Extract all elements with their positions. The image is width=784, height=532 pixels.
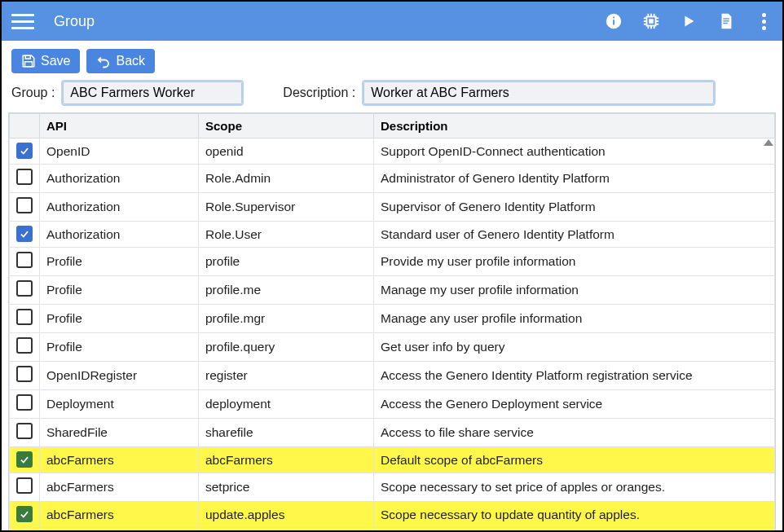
cell-api: Authorization (40, 193, 199, 222)
row-checkbox[interactable] (16, 252, 33, 268)
description-input[interactable] (363, 81, 714, 104)
save-icon (21, 54, 36, 68)
cell-api: OpenID (40, 138, 199, 165)
row-checkbox[interactable] (16, 143, 33, 159)
cell-scope: update.oranges (199, 528, 374, 533)
form-row: Group : Description : (2, 78, 782, 112)
menu-icon[interactable] (11, 10, 34, 33)
toolbar: Save Back (2, 41, 782, 78)
cell-desc: Scope necessary to update quantity of ap… (374, 502, 775, 528)
cell-scope: abcFarmers (199, 447, 374, 473)
row-checkbox[interactable] (16, 506, 33, 522)
cell-api: abcFarmers (40, 502, 199, 528)
table-row[interactable]: abcFarmersabcFarmersDefault scope of abc… (10, 447, 775, 473)
row-checkbox[interactable] (16, 226, 33, 242)
svg-rect-18 (723, 18, 729, 19)
group-label: Group : (11, 86, 55, 100)
chip-icon[interactable] (642, 12, 660, 30)
cell-api: Profile (40, 248, 199, 276)
table-row[interactable]: abcFarmerssetpriceScope necessary to set… (10, 473, 775, 502)
col-header-api[interactable]: API (40, 114, 199, 138)
save-button[interactable]: Save (11, 49, 80, 73)
row-checkbox[interactable] (16, 169, 33, 185)
table-row[interactable]: Profileprofile.mgrManage any user profil… (10, 305, 775, 333)
cell-scope: setprice (199, 473, 374, 502)
col-header-check[interactable] (10, 114, 40, 138)
table-row[interactable]: AuthorizationRole.UserStandard user of G… (10, 222, 775, 248)
row-checkbox[interactable] (16, 280, 33, 297)
cell-scope: Role.Admin (199, 165, 374, 193)
scopes-grid: API Scope Description OpenIDopenidSuppor… (8, 112, 776, 532)
col-header-desc[interactable]: Description (374, 114, 775, 138)
cell-api: SharedFile (40, 419, 199, 447)
cell-scope: Role.User (199, 222, 374, 248)
svg-marker-17 (685, 16, 694, 27)
cell-desc: Access the Genero Deployment service (374, 390, 775, 419)
more-icon[interactable] (755, 12, 773, 30)
svg-rect-4 (649, 19, 654, 24)
svg-rect-1 (613, 20, 614, 24)
back-button[interactable]: Back (86, 49, 155, 73)
cell-api: Profile (40, 305, 199, 333)
cell-scope: profile (199, 248, 374, 276)
group-input[interactable] (63, 81, 242, 104)
cell-scope: openid (199, 138, 374, 165)
table-header-row: API Scope Description (10, 114, 775, 138)
cell-desc: Provide my user profile information (374, 248, 775, 276)
table-row[interactable]: abcFarmersupdate.orangesScope necessary … (10, 528, 775, 533)
back-label: Back (116, 54, 145, 68)
table-row[interactable]: OpenIDopenidSupport OpenID-Connect authe… (10, 138, 775, 165)
svg-rect-20 (723, 23, 728, 24)
cell-desc: Access to file share service (374, 419, 775, 447)
table-row[interactable]: Profileprofile.meManage my user profile … (10, 276, 775, 305)
table-row[interactable]: AuthorizationRole.AdminAdministrator of … (10, 165, 775, 193)
svg-rect-19 (723, 20, 729, 21)
info-icon[interactable] (605, 12, 623, 30)
cell-desc: Supervisor of Genero Identity Platform (374, 193, 775, 222)
table-row[interactable]: ProfileprofileProvide my user profile in… (10, 248, 775, 276)
row-checkbox[interactable] (16, 477, 33, 494)
description-label: Description : (283, 86, 355, 100)
row-checkbox[interactable] (16, 451, 33, 468)
cell-api: abcFarmers (40, 447, 199, 473)
cell-desc: Administrator of Genero Identity Platfor… (374, 165, 775, 193)
cell-scope: profile.me (199, 276, 374, 305)
svg-rect-22 (25, 62, 33, 67)
cell-desc: Default scope of abcFarmers (374, 447, 775, 473)
scroll-up-icon[interactable] (764, 139, 773, 146)
cell-api: Deployment (40, 390, 199, 419)
cell-api: Authorization (40, 222, 199, 248)
undo-icon (96, 54, 111, 68)
cell-scope: update.apples (199, 502, 374, 528)
cell-scope: sharefile (199, 419, 374, 447)
table-row[interactable]: Profileprofile.queryGet user info by que… (10, 333, 775, 362)
table-row[interactable]: DeploymentdeploymentAccess the Genero De… (10, 390, 775, 419)
row-checkbox[interactable] (16, 309, 33, 325)
row-checkbox[interactable] (16, 197, 33, 213)
play-icon[interactable] (680, 12, 698, 30)
row-checkbox[interactable] (16, 337, 33, 354)
cell-scope: deployment (199, 390, 374, 419)
table-row[interactable]: abcFarmersupdate.applesScope necessary t… (10, 502, 775, 528)
document-icon[interactable] (717, 12, 735, 30)
svg-rect-21 (25, 55, 30, 59)
cell-api: abcFarmers (40, 528, 199, 533)
col-header-scope[interactable]: Scope (199, 114, 374, 138)
cell-api: OpenIDRegister (40, 362, 199, 390)
cell-scope: register (199, 362, 374, 390)
table-row[interactable]: AuthorizationRole.SupervisorSupervisor o… (10, 193, 775, 222)
cell-scope: profile.mgr (199, 305, 374, 333)
topbar: Group (2, 2, 782, 41)
cell-desc: Support OpenID-Connect authentication (374, 138, 775, 165)
table-row[interactable]: SharedFilesharefileAccess to file share … (10, 419, 775, 447)
row-checkbox[interactable] (16, 423, 33, 439)
cell-api: abcFarmers (40, 473, 199, 502)
cell-desc: Scope necessary to set price of apples o… (374, 473, 775, 502)
row-checkbox[interactable] (16, 366, 33, 382)
cell-scope: Role.Supervisor (199, 193, 374, 222)
cell-desc: Manage any user profile information (374, 305, 775, 333)
table-row[interactable]: OpenIDRegisterregisterAccess the Genero … (10, 362, 775, 390)
cell-desc: Access the Genero Identity Platform regi… (374, 362, 775, 390)
row-checkbox[interactable] (16, 394, 33, 411)
cell-desc: Scope necessary to update quantity of or… (374, 528, 775, 533)
